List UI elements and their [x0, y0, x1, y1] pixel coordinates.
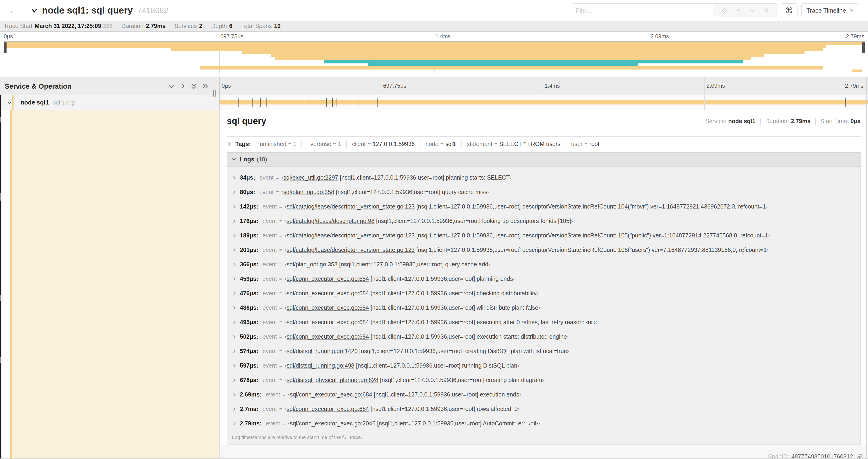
span-meta: Service: node sql1 Duration: 2.79ms Star…: [705, 118, 861, 125]
collapse-all-icon[interactable]: [190, 83, 197, 90]
chevron-right-icon: [232, 233, 237, 238]
gridline: [543, 77, 543, 110]
span-row[interactable]: node sql1 sql query: [0, 95, 868, 110]
timeline-header-band: Service & Operation 0μs 697.75μs 1.4ms 2…: [0, 77, 868, 95]
chevron-right-icon: [232, 204, 237, 209]
collapse-span-icon[interactable]: [6, 100, 12, 105]
minimap-span: [4, 45, 826, 48]
log-tick: [264, 98, 264, 107]
minimap-span: [271, 54, 764, 57]
command-icon: ⌘: [785, 6, 793, 15]
divider: [170, 23, 170, 29]
expanded-span-background: [12, 110, 219, 459]
ruler-label: 2.09ms: [651, 33, 669, 40]
collapse-trace-icon[interactable]: [31, 7, 38, 14]
chevron-right-icon: [232, 219, 237, 223]
log-entry[interactable]: 597μs: event = ‹sql/distsql_running.go:4…: [227, 358, 860, 373]
duration-label: Duration:: [765, 118, 789, 125]
log-entry[interactable]: 176μs: event = ‹sql/catalog/descs/descri…: [227, 214, 860, 228]
span-service-name: node sql1: [21, 99, 49, 106]
trace-stat: Trace StartMarch 31 2022, 17:25:09.326: [4, 23, 113, 29]
log-tick: [358, 98, 359, 107]
tags-row[interactable]: Tags: _unfinished=1 _verbose=1 client=12…: [227, 137, 861, 151]
panel-divider[interactable]: [219, 77, 220, 110]
service-label: Service:: [705, 118, 726, 125]
divider: [760, 118, 761, 125]
logs-label: Logs: [240, 156, 254, 163]
service-color-accent: [12, 95, 13, 110]
gridline: [704, 77, 705, 110]
span-row-timeline[interactable]: [219, 95, 868, 110]
log-entry[interactable]: 2.79ms: event = ‹sql/conn_executor_exec.…: [227, 416, 860, 431]
log-entry[interactable]: 80μs: event = ‹sql/plan_opt.go:358 [nsql…: [227, 185, 860, 199]
log-entry[interactable]: 459μs: event = ‹sql/conn_executor_exec.g…: [227, 271, 860, 286]
minimap-right-handle[interactable]: [862, 42, 865, 53]
log-tick: [336, 98, 337, 107]
log-entry[interactable]: 34μs: event = ‹sql/exec_util.go:2297 [ns…: [227, 170, 860, 185]
log-entry[interactable]: 2.69ms: event = ‹sql/conn_executor_exec.…: [227, 387, 860, 402]
expand-one-icon[interactable]: [179, 83, 186, 90]
ruler-label: 2.79ms: [845, 77, 863, 95]
chevron-right-icon: [232, 349, 237, 353]
service-color-accent: [10, 110, 12, 459]
logs-count: (18): [257, 156, 267, 163]
start-time-label: Start Time:: [820, 118, 849, 125]
log-tick: [845, 98, 846, 107]
chevron-right-icon: [232, 392, 237, 397]
trace-id: 7418682: [137, 6, 168, 15]
span-row-name-column[interactable]: node sql1 sql query: [1, 95, 219, 110]
collapse-one-icon[interactable]: [168, 83, 175, 90]
minimap-left-handle[interactable]: [4, 42, 6, 53]
back-button[interactable]: ←: [0, 0, 26, 21]
span-detail-header[interactable]: sql query Service: node sql1 Duration: 2…: [227, 110, 861, 137]
tag-item: user=root: [571, 141, 599, 147]
chevron-right-icon: [232, 276, 237, 281]
find-controls: [714, 4, 777, 17]
chevron-right-icon: [232, 320, 237, 324]
chevron-right-icon: [232, 378, 237, 382]
log-entry[interactable]: 2.7ms: event = ‹sql/conn_executor_exec.g…: [227, 402, 860, 416]
divider: [237, 23, 237, 29]
chevron-down-icon: [231, 157, 237, 162]
log-entry[interactable]: 574μs: event = ‹sql/distsql_running.go:1…: [227, 344, 860, 358]
minimap-span: [852, 69, 862, 72]
focus-match-icon[interactable]: [722, 7, 728, 13]
column-resize-handle[interactable]: [212, 90, 217, 97]
log-entry[interactable]: 486μs: event = ‹sql/conn_executor_exec.g…: [227, 300, 860, 315]
divider: [207, 23, 207, 29]
chevron-right-icon: [232, 175, 237, 180]
log-entry[interactable]: 678μs: event = ‹sql/distsql_physical_pla…: [227, 373, 860, 387]
span-detail-card: sql query Service: node sql1 Duration: 2…: [220, 110, 866, 445]
trace-view-selector[interactable]: Trace Timeline: [801, 3, 859, 17]
log-tick: [377, 98, 377, 107]
expand-all-icon[interactable]: [202, 83, 209, 90]
log-entry[interactable]: 366μs: event = ‹sql/plan_opt.go:358 [nsq…: [227, 257, 860, 271]
span-operation-title: sql query: [227, 116, 266, 126]
chevron-right-icon: [232, 291, 237, 296]
service-operation-header: Service & Operation: [5, 77, 72, 95]
trace-stat: Total Spans10: [241, 23, 280, 29]
tags-label: Tags:: [235, 140, 251, 147]
log-entry[interactable]: 495μs: event = ‹sql/conn_executor_exec.g…: [227, 315, 860, 329]
keyboard-shortcuts-button[interactable]: ⌘: [781, 3, 798, 17]
minimap-span: [200, 66, 824, 69]
chevron-right-icon: [232, 262, 237, 267]
log-entry[interactable]: 476μs: event = ‹sql/conn_executor_exec.g…: [227, 286, 860, 300]
log-tick: [843, 98, 843, 107]
divider: [117, 23, 117, 29]
log-entry[interactable]: 189μs: event = ‹sql/catalog/lease/descri…: [227, 228, 860, 242]
log-entry[interactable]: 502μs: event = ‹sql/conn_executor_exec.g…: [227, 329, 860, 344]
trace-stat: Services2: [175, 23, 203, 29]
log-entry[interactable]: 142μs: event = ‹sql/catalog/lease/descri…: [227, 199, 860, 214]
timeline-minimap[interactable]: [4, 41, 865, 73]
log-entry[interactable]: 201μs: event = ‹sql/catalog/lease/descri…: [227, 242, 860, 257]
ruler-label: 1.4ms: [435, 33, 451, 40]
clear-find-icon[interactable]: [763, 7, 769, 13]
trace-stat: Duration2.79ms: [121, 23, 165, 29]
next-match-icon[interactable]: [749, 7, 755, 13]
logs-header[interactable]: Logs (18): [227, 153, 860, 167]
minimap-span: [368, 63, 639, 66]
prev-match-icon[interactable]: [736, 7, 742, 13]
find-input[interactable]: [571, 4, 714, 17]
minimap-span: [4, 42, 865, 45]
